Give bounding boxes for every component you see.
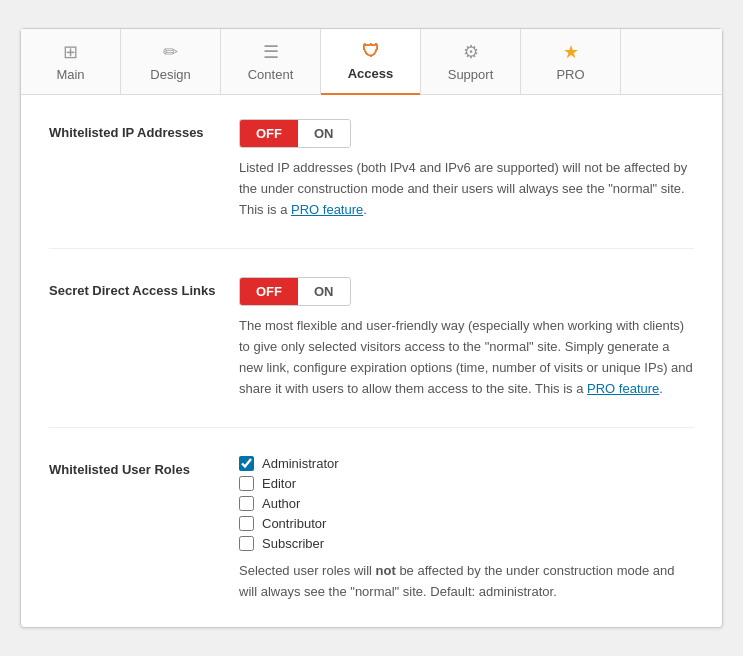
role-subscriber-checkbox[interactable] [239, 536, 254, 551]
whitelisted-ip-control: OFF ON Listed IP addresses (both IPv4 an… [239, 119, 694, 220]
secret-description: The most flexible and user-friendly way … [239, 316, 694, 399]
secret-access-control: OFF ON The most flexible and user-friend… [239, 277, 694, 399]
tab-access-label: Access [348, 66, 394, 81]
role-contributor-checkbox[interactable] [239, 516, 254, 531]
user-roles-row: Whitelisted User Roles Administrator Edi… [49, 456, 694, 603]
tab-support-label: Support [448, 67, 494, 82]
secret-toggle-on[interactable]: ON [298, 278, 350, 305]
secret-access-row: Secret Direct Access Links OFF ON The mo… [49, 277, 694, 428]
tab-content-label: Content [248, 67, 294, 82]
role-author-checkbox[interactable] [239, 496, 254, 511]
content-icon: ☰ [263, 41, 279, 63]
settings-content: Whitelisted IP Addresses OFF ON Listed I… [21, 95, 722, 627]
user-roles-control: Administrator Editor Author Contributor [239, 456, 694, 603]
secret-toggle-off[interactable]: OFF [240, 278, 298, 305]
tab-content[interactable]: ☰ Content [221, 29, 321, 94]
roles-list: Administrator Editor Author Contributor [239, 456, 694, 551]
shield-icon: 🛡 [362, 41, 380, 62]
tab-pro[interactable]: ★ PRO [521, 29, 621, 94]
ip-toggle-group: OFF ON [239, 119, 351, 148]
tab-access[interactable]: 🛡 Access [321, 29, 421, 94]
whitelisted-ip-label: Whitelisted IP Addresses [49, 119, 239, 140]
role-administrator-label: Administrator [262, 456, 339, 471]
role-administrator-checkbox[interactable] [239, 456, 254, 471]
design-icon: ✏ [163, 41, 178, 63]
settings-panel: ⊞ Main ✏ Design ☰ Content 🛡 Access ⚙ Sup… [20, 28, 723, 628]
ip-pro-link[interactable]: PRO feature [291, 202, 363, 217]
star-icon: ★ [563, 41, 579, 63]
list-item: Author [239, 496, 694, 511]
tab-pro-label: PRO [556, 67, 584, 82]
secret-access-label: Secret Direct Access Links [49, 277, 239, 298]
role-author-label: Author [262, 496, 300, 511]
tab-design-label: Design [150, 67, 190, 82]
ip-toggle-on[interactable]: ON [298, 120, 350, 147]
tab-main[interactable]: ⊞ Main [21, 29, 121, 94]
tab-design[interactable]: ✏ Design [121, 29, 221, 94]
ip-toggle-off[interactable]: OFF [240, 120, 298, 147]
role-subscriber-label: Subscriber [262, 536, 324, 551]
role-editor-label: Editor [262, 476, 296, 491]
list-item: Contributor [239, 516, 694, 531]
role-editor-checkbox[interactable] [239, 476, 254, 491]
main-icon: ⊞ [63, 41, 78, 63]
role-contributor-label: Contributor [262, 516, 326, 531]
list-item: Subscriber [239, 536, 694, 551]
list-item: Editor [239, 476, 694, 491]
tab-bar: ⊞ Main ✏ Design ☰ Content 🛡 Access ⚙ Sup… [21, 29, 722, 95]
list-item: Administrator [239, 456, 694, 471]
support-icon: ⚙ [463, 41, 479, 63]
ip-description: Listed IP addresses (both IPv4 and IPv6 … [239, 158, 694, 220]
tab-support[interactable]: ⚙ Support [421, 29, 521, 94]
user-roles-label: Whitelisted User Roles [49, 456, 239, 477]
whitelisted-ip-row: Whitelisted IP Addresses OFF ON Listed I… [49, 119, 694, 249]
secret-pro-link[interactable]: PRO feature [587, 381, 659, 396]
secret-toggle-group: OFF ON [239, 277, 351, 306]
roles-description: Selected user roles will not be affected… [239, 561, 694, 603]
tab-main-label: Main [56, 67, 84, 82]
